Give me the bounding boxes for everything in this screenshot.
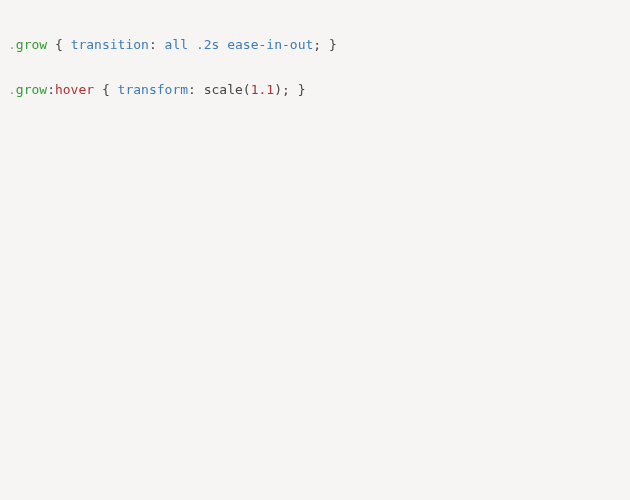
token-value: .2s (196, 37, 219, 52)
code-line: .grow { transition: all .2s ease-in-out;… (8, 37, 622, 52)
token-value: ease-in-out (227, 37, 313, 52)
token-func: scale( (196, 82, 251, 97)
token-brace: } (290, 82, 306, 97)
token-punct: . (8, 37, 16, 52)
token-colon: : (47, 82, 55, 97)
token-punct: . (8, 82, 16, 97)
code-line: .grow:hover { transform: scale(1.1); } (8, 82, 622, 97)
token-space (188, 37, 196, 52)
token-property: transform (118, 82, 188, 97)
token-colon: : (188, 82, 196, 97)
token-semicolon: ; (313, 37, 321, 52)
token-pseudo: hover (55, 82, 94, 97)
token-property: transition (71, 37, 149, 52)
token-class: grow (16, 82, 47, 97)
token-colon: : (149, 37, 157, 52)
css-code-block: .grow { transition: all .2s ease-in-out;… (0, 0, 630, 119)
token-brace: { (47, 37, 70, 52)
token-space (157, 37, 165, 52)
token-paren: ); (274, 82, 290, 97)
token-class: grow (16, 37, 47, 52)
token-brace: } (321, 37, 337, 52)
token-value: all (165, 37, 188, 52)
token-brace: { (94, 82, 117, 97)
token-number: 1.1 (251, 82, 274, 97)
token-space (219, 37, 227, 52)
